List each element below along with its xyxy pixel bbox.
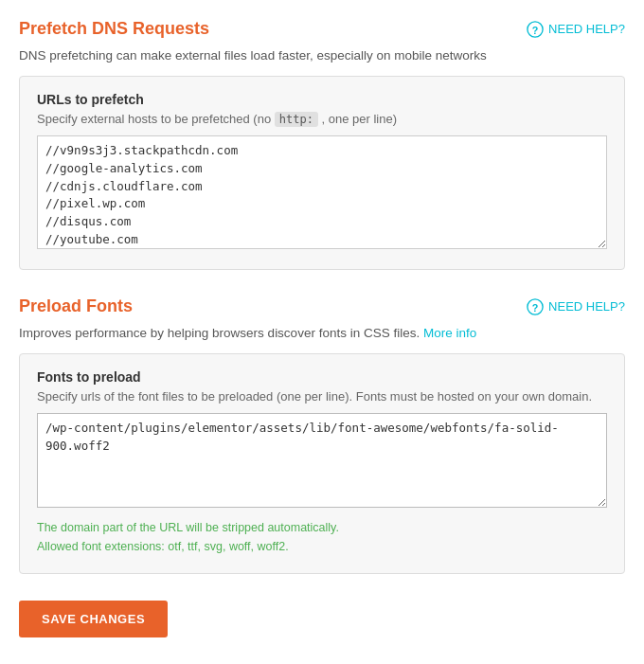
prefetch-need-help-label: NEED HELP? — [548, 22, 625, 36]
prefetch-card: URLs to prefetch Specify external hosts … — [19, 76, 625, 270]
preload-desc-before: Improves performance by helping browsers… — [19, 326, 420, 340]
preload-card-title: Fonts to preload — [37, 369, 607, 385]
more-info-link[interactable]: More info — [423, 326, 476, 340]
prefetch-subtitle-before: Specify external hosts to be prefetched … — [37, 112, 271, 126]
preload-card: Fonts to preload Specify urls of the fon… — [19, 353, 625, 574]
preload-hint-line2: Allowed font extensions: otf, ttf, svg, … — [37, 537, 607, 556]
preload-card-subtitle: Specify urls of the font files to be pre… — [37, 389, 607, 404]
prefetch-description: DNS prefetching can make external files … — [19, 48, 625, 63]
svg-text:?: ? — [532, 301, 539, 313]
prefetch-subtitle-after: , one per line) — [322, 112, 398, 126]
preload-fonts-textarea[interactable] — [37, 413, 607, 508]
prefetch-need-help-link[interactable]: ? NEED HELP? — [527, 21, 625, 38]
preload-hint-line1: The domain part of the URL will be strip… — [37, 518, 607, 537]
preload-description: Improves performance by helping browsers… — [19, 326, 625, 340]
preload-need-help-label: NEED HELP? — [548, 299, 625, 314]
prefetch-section-header: Prefetch DNS Requests ? NEED HELP? — [19, 19, 625, 39]
prefetch-card-subtitle: Specify external hosts to be prefetched … — [37, 112, 607, 126]
svg-text:?: ? — [532, 24, 539, 35]
help-circle-icon: ? — [527, 21, 544, 38]
preload-hint: The domain part of the URL will be strip… — [37, 518, 607, 556]
preload-need-help-link[interactable]: ? NEED HELP? — [527, 298, 625, 315]
preload-section-header: Preload Fonts ? NEED HELP? — [19, 296, 625, 316]
prefetch-urls-textarea[interactable] — [37, 135, 607, 249]
http-tag: http: — [275, 112, 318, 127]
preload-title: Preload Fonts — [19, 296, 133, 316]
help-circle-icon-2: ? — [527, 298, 544, 315]
save-changes-button[interactable]: SAVE CHANGES — [19, 601, 168, 637]
prefetch-title: Prefetch DNS Requests — [19, 19, 209, 39]
prefetch-card-title: URLs to prefetch — [37, 92, 607, 107]
